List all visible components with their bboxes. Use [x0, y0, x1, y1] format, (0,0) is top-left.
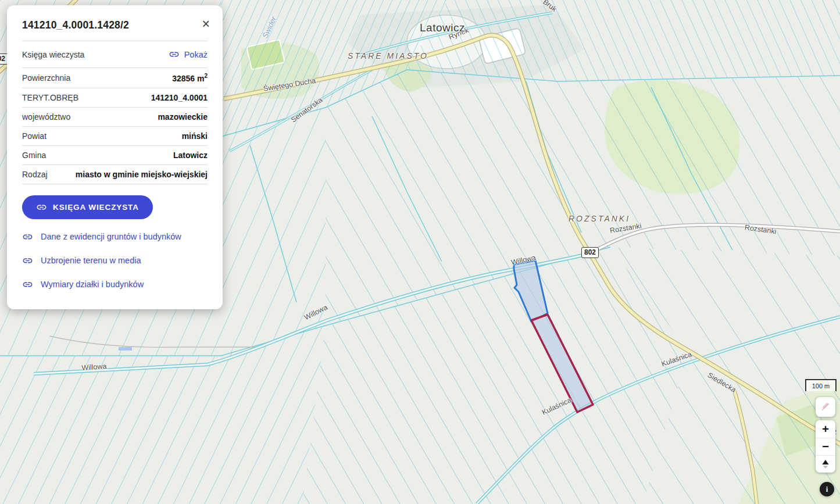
- link-wymiary-dzialki[interactable]: Wymiary działki i budynków: [22, 273, 208, 296]
- ksiega-wieczysta-button-label: KSIĘGA WIECZYSTA: [53, 203, 139, 212]
- row-wojewodztwo: województwo mazowieckie: [22, 108, 208, 127]
- link-icon: [22, 231, 33, 242]
- draw-disabled-icon: [820, 401, 831, 413]
- row-powierzchnia: Powierzchnia 32856 m2: [22, 68, 208, 88]
- row-value: 141210_4.0001: [151, 93, 208, 102]
- road-badge-802: 802: [581, 247, 599, 258]
- link-label: Dane z ewidencji gruntów i budynków: [41, 232, 181, 241]
- link-dane-ewidencja[interactable]: Dane z ewidencji gruntów i budynków: [22, 225, 208, 249]
- pokaz-link-label: Pokaż: [184, 50, 208, 59]
- row-value: mazowieckie: [158, 112, 208, 121]
- link-icon: [169, 49, 180, 60]
- pond: [119, 347, 132, 351]
- parcel-map-app: Świder Rynek Senatorska Świętego Ducha S…: [0, 0, 840, 504]
- row-teryt-obreb: TERYT.OBRĘB 141210_4.0001: [22, 88, 208, 108]
- link-icon: [22, 255, 33, 266]
- row-value: 32856 m2: [172, 73, 208, 83]
- north-arrow-icon: [821, 459, 830, 469]
- link-icon: [36, 202, 47, 213]
- row-value: miasto w gminie miejsko-wiejskiej: [76, 170, 208, 179]
- zoom-control: + −: [816, 420, 835, 473]
- row-label: TERYT.OBRĘB: [22, 93, 78, 102]
- row-value: miński: [182, 131, 208, 141]
- row-label: Powierzchnia: [22, 73, 70, 83]
- row-label: Gmina: [22, 151, 46, 160]
- link-label: Uzbrojenie terenu w media: [41, 256, 141, 265]
- link-uzbrojenie-terenu[interactable]: Uzbrojenie terenu w media: [22, 249, 208, 273]
- row-label: województwo: [22, 112, 70, 121]
- row-powiat: Powiat miński: [22, 127, 208, 146]
- row-gmina: Gmina Latowicz: [22, 146, 208, 165]
- close-icon[interactable]: ×: [202, 18, 210, 30]
- link-label: Wymiary działki i budynków: [41, 280, 144, 289]
- row-label: Księga wieczysta: [22, 50, 84, 59]
- zoom-in-button[interactable]: +: [816, 420, 835, 438]
- row-value: Latowicz: [173, 151, 208, 160]
- scale-bar: 100 m: [805, 379, 837, 391]
- row-ksiega-wieczysta: Księga wieczysta Pokaż: [22, 41, 208, 68]
- row-label: Rodzaj: [22, 170, 48, 179]
- compass-north-button[interactable]: [816, 455, 835, 473]
- row-label: Powiat: [22, 131, 47, 141]
- ksiega-wieczysta-button[interactable]: KSIĘGA WIECZYSTA: [22, 195, 153, 219]
- parcel-id-title: 141210_4.0001.1428/2: [22, 19, 129, 31]
- parcel-info-panel: 141210_4.0001.1428/2 × Księga wieczysta …: [7, 5, 223, 309]
- pokaz-link[interactable]: Pokaż: [169, 49, 208, 60]
- measure-tool-button[interactable]: [816, 397, 835, 417]
- link-icon: [22, 279, 33, 290]
- row-rodzaj: Rodzaj miasto w gminie miejsko-wiejskiej: [22, 165, 208, 184]
- info-button[interactable]: i: [820, 482, 834, 496]
- zoom-out-button[interactable]: −: [816, 438, 835, 455]
